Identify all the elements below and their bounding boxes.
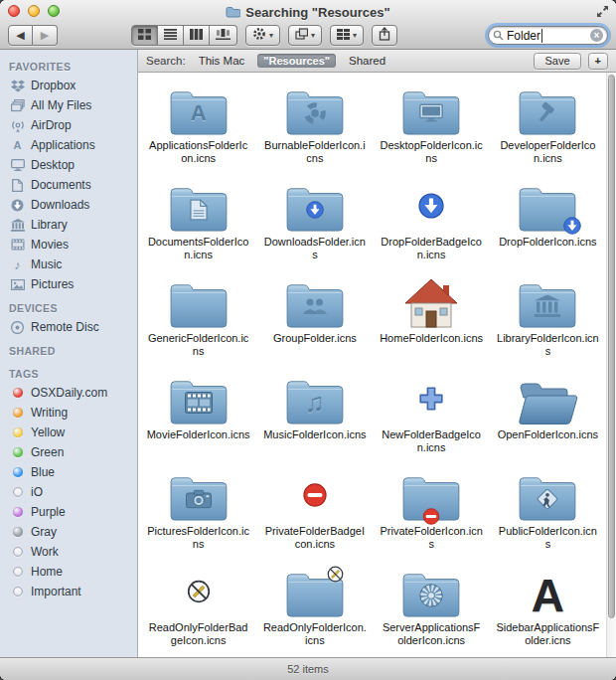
tag-color-dot <box>13 507 23 517</box>
sidebar-item-osxdaily-com[interactable]: OSXDaily.com <box>0 383 137 403</box>
vertical-scrollbar[interactable] <box>606 73 616 657</box>
sidebar-item-movies[interactable]: Movies <box>0 235 137 255</box>
sidebar-item-music[interactable]: ♪Music <box>0 255 137 274</box>
close-button[interactable] <box>8 5 20 17</box>
sidebar-item-desktop[interactable]: Desktop <box>0 155 137 175</box>
scope-this-mac[interactable]: This Mac <box>193 54 251 68</box>
save-search-button[interactable]: Save <box>534 53 580 70</box>
scrollbar-thumb[interactable] <box>608 75 615 618</box>
grid-item[interactable]: ReadOnlyFolderIcon.icns <box>256 561 373 657</box>
resize-grip-icon[interactable] <box>596 5 609 18</box>
list-view-button[interactable] <box>158 25 184 46</box>
sidebar-item-applications[interactable]: AApplications <box>0 135 137 155</box>
sidebar-item-dropbox[interactable]: Dropbox <box>0 76 137 95</box>
grid-item[interactable]: MovieFolderIcon.icns <box>140 368 256 464</box>
sidebar-item-library[interactable]: Library <box>0 215 137 235</box>
icon-view-button[interactable] <box>131 25 158 46</box>
grid-item[interactable]: PublicFolderIcon.icns <box>490 464 606 561</box>
sidebar-item-yellow[interactable]: Yellow <box>0 423 137 442</box>
sidebar-item-label: Work <box>31 545 59 559</box>
arrange-layers-icon <box>295 28 308 43</box>
library-folder-icon <box>517 275 578 329</box>
clear-search-icon[interactable]: × <box>590 29 603 42</box>
grid-item[interactable]: DesktopFolderIcon.icns <box>374 79 490 175</box>
sidebar-item-blue[interactable]: Blue <box>0 462 137 482</box>
action-menu-button[interactable]: ▾ <box>245 25 280 46</box>
traffic-lights <box>8 5 60 17</box>
grid-item[interactable]: DropFolderBadgeIcon.icns <box>374 175 490 271</box>
sidebar-item-writing[interactable]: Writing <box>0 403 137 423</box>
read-only-overlay-icon <box>187 580 211 603</box>
sidebar-item-work[interactable]: Work <box>0 542 137 562</box>
proxy-folder-icon <box>226 4 240 22</box>
grid-item[interactable]: BurnableFolderIcon.icns <box>256 79 373 175</box>
sidebar-item-purple[interactable]: Purple <box>0 502 137 522</box>
add-scope-button[interactable]: + <box>588 53 608 70</box>
content-area: Search: This Mac "Resources" Shared Save… <box>138 50 616 657</box>
public-folder-icon <box>517 468 578 522</box>
grid-item[interactable]: DocumentsFolderIcon.icns <box>140 175 256 271</box>
sidebar-item-label: Desktop <box>31 158 75 172</box>
sidebar-item-important[interactable]: Important <box>0 582 137 601</box>
scope-shared[interactable]: Shared <box>343 54 391 68</box>
tag-color-dot <box>13 487 23 497</box>
grid-item[interactable]: NewFolderBadgeIcon.icns <box>374 368 490 464</box>
sidebar-item-label: Movies <box>31 238 69 252</box>
sidebar-item-label: Writing <box>31 406 68 420</box>
grid-item[interactable]: ReadOnlyFolderBadgeIcon.icns <box>140 561 256 657</box>
camera-overlay-icon <box>186 490 212 509</box>
grid-item[interactable]: PrivateFolderBadgeIcon.icns <box>256 464 373 561</box>
sidebar-section-devices: DEVICES <box>0 294 137 317</box>
new-folder-badge-icon <box>400 372 462 425</box>
grid-item[interactable]: DeveloperFolderIcon.icns <box>490 79 606 175</box>
sidebar-item-label: Music <box>31 257 62 271</box>
zoom-button[interactable] <box>48 5 60 17</box>
share-button[interactable] <box>372 25 397 46</box>
sidebar-item-remote-disc[interactable]: Remote Disc <box>0 317 137 337</box>
search-field[interactable]: Folder × <box>488 26 608 45</box>
coverflow-view-button[interactable] <box>210 25 237 46</box>
grid-item[interactable]: ASidebarApplicationsFolder.icns <box>490 561 606 657</box>
sidebar-item-downloads[interactable]: Downloads <box>0 195 137 215</box>
grid-item[interactable]: GroupFolder.icns <box>256 271 373 368</box>
grid-item[interactable]: PrivateFolderIcon.icns <box>374 464 490 561</box>
grid-item[interactable]: LibraryFolderIcon.icns <box>490 271 606 368</box>
search-input[interactable]: Folder <box>507 29 587 43</box>
column-view-button[interactable] <box>184 25 210 46</box>
sidebar-item-documents[interactable]: Documents <box>0 175 137 195</box>
sidebar-item-all-my-files[interactable]: All My Files <box>0 95 137 115</box>
minimize-button[interactable] <box>28 5 40 17</box>
group-menu-button[interactable]: ▾ <box>330 25 364 46</box>
sidebar-item-home[interactable]: Home <box>0 562 137 582</box>
sidebar-item-airdrop[interactable]: AirDrop <box>0 115 137 135</box>
grid-item[interactable]: AApplicationsFolderIcon.icns <box>140 79 256 175</box>
grid-item[interactable]: HomeFolderIcon.icns <box>374 271 490 368</box>
group-tiles-icon <box>337 28 350 43</box>
back-button[interactable]: ◀ <box>8 25 33 46</box>
desktop-folder-icon <box>400 83 462 136</box>
grid-item[interactable]: DownloadsFolder.icns <box>256 175 373 271</box>
read-only-folder-icon <box>284 565 346 618</box>
forward-button[interactable]: ▶ <box>33 25 58 46</box>
sidebar-item-gray[interactable]: Gray <box>0 522 137 542</box>
arrange-menu-button[interactable]: ▾ <box>288 25 322 46</box>
sidebar-section-tags: TAGS <box>0 360 137 383</box>
grid-item[interactable]: DropFolderIcon.icns <box>490 175 606 271</box>
all-my-files-icon <box>10 99 25 112</box>
grid-item[interactable]: ServerApplicationsFolderIcon.icns <box>374 561 490 657</box>
sidebar-item-label: Documents <box>31 178 91 192</box>
applications-folder-icon: A <box>168 83 230 136</box>
sidebar-item-label: Library <box>31 218 68 232</box>
read-only-folder-badge-icon <box>168 565 230 618</box>
sidebar-item-io[interactable]: iO <box>0 482 137 502</box>
grid-item[interactable]: PicturesFolderIcon.icns <box>140 464 256 561</box>
documents-folder-icon <box>168 179 230 233</box>
grid-item[interactable]: OpenFolderIcon.icns <box>490 368 606 464</box>
sidebar-item-green[interactable]: Green <box>0 442 137 462</box>
scope-resources[interactable]: "Resources" <box>257 54 336 68</box>
sidebar-item-label: Yellow <box>31 425 65 439</box>
grid-item[interactable]: ♫MusicFolderIcon.icns <box>256 368 373 464</box>
grid-item[interactable]: GenericFolderIcon.icns <box>140 271 256 368</box>
title-bar[interactable]: Searching "Resources" <box>0 0 616 22</box>
sidebar-item-pictures[interactable]: Pictures <box>0 274 137 294</box>
